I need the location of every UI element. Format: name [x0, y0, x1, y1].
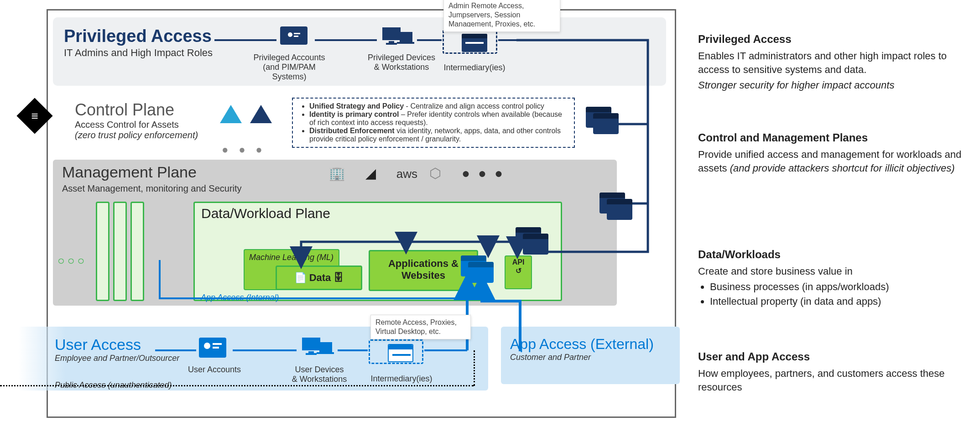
- desc-ua-title: User and App Access: [698, 349, 972, 364]
- privileged-title: Privileged Access: [64, 26, 213, 46]
- desc-dw-list: Business processes (in apps/workloads) I…: [710, 280, 972, 308]
- svg-rect-19: [213, 347, 219, 349]
- desc-privileged-title: Privileged Access: [698, 32, 972, 47]
- app-window-icon-2: [468, 262, 494, 283]
- control-plane-dots: ● ● ●: [222, 143, 266, 156]
- svg-rect-13: [389, 41, 394, 43]
- desc-ua-body: How employees, partners, and customers a…: [698, 367, 972, 394]
- control-plane-subtitle: Access Control for Assets: [75, 120, 198, 130]
- user-intermediary-label: Intermediary(ies): [360, 374, 443, 384]
- privileged-intermediary-label: Intermediary(ies): [433, 63, 516, 73]
- management-subtitle: Asset Management, monitoring and Securit…: [62, 183, 242, 194]
- svg-rect-18: [213, 343, 222, 345]
- desc-control-mgmt: Control and Management Planes Provide un…: [698, 130, 972, 177]
- control-plane-subtitle2: (zero trust policy enforcement): [75, 130, 198, 141]
- privileged-accounts-icon: [280, 26, 308, 45]
- svg-rect-20: [302, 338, 320, 350]
- api-box: API↺: [505, 255, 532, 289]
- user-access-subtitle: Employee and Partner/Outsourcer: [55, 354, 179, 363]
- management-title: Management Plane: [62, 163, 197, 181]
- privileged-intermediary-icon: [462, 34, 487, 52]
- external-access-subtitle: Customer and Partner: [510, 353, 654, 362]
- control-plane-diamond-icon: ≡: [16, 98, 52, 134]
- external-access-title-block: App Access (External) Customer and Partn…: [510, 336, 654, 362]
- public-access-dotted-vert: [474, 350, 475, 386]
- svg-rect-10: [294, 33, 300, 34]
- desc-dw-title: Data/Workloads: [698, 247, 972, 262]
- policy-item-1: Unified Strategy and Policy - Centralize…: [309, 102, 568, 110]
- control-plane-icons: [220, 105, 272, 123]
- cloud-provider-icons: 🏢 ◢ aws ⬡ ●●●: [328, 165, 511, 181]
- user-devices-icon: [299, 336, 334, 360]
- control-plane-window-icon-2: [593, 113, 619, 134]
- privileged-title-block: Privileged Access IT Admins and High Imp…: [64, 26, 213, 59]
- management-plane-window-icon-2: [607, 199, 632, 220]
- data-workload-title: Data/Workload Plane: [201, 206, 330, 221]
- svg-rect-21: [308, 351, 314, 353]
- desc-privileged: Privileged Access Enables IT administrat…: [698, 32, 972, 94]
- desc-dw-li1: Business processes (in apps/workloads): [710, 280, 972, 294]
- pyramid-dark-icon: [250, 105, 272, 123]
- svg-point-9: [288, 32, 292, 37]
- svg-rect-24: [317, 352, 334, 354]
- svg-rect-23: [319, 342, 332, 352]
- user-callout: Remote Access, Proxies, Virtual Desktop,…: [370, 315, 471, 339]
- control-plane-block: Control Plane Access Control for Assets …: [75, 100, 198, 141]
- desc-privileged-em: Stronger security for higher impact acco…: [698, 79, 894, 91]
- data-box: 📄 Data 🗄: [276, 266, 362, 290]
- privileged-accounts-label: Privileged Accounts (and PIM/PAM Systems…: [248, 53, 330, 82]
- user-access-title-block: User Access Employee and Partner/Outsour…: [55, 336, 179, 363]
- control-plane-title: Control Plane: [75, 100, 198, 120]
- svg-rect-12: [382, 27, 401, 40]
- svg-rect-22: [306, 353, 317, 355]
- building-icon: 🏢: [328, 166, 354, 181]
- diagram-root: Privileged Access Enables IT administrat…: [0, 0, 980, 427]
- gcp-hex-icon: ⬡: [429, 166, 449, 181]
- svg-rect-11: [294, 36, 298, 37]
- privileged-devices-label: Privileged Devices & Workstations: [360, 53, 443, 72]
- user-accounts-icon: [199, 338, 226, 358]
- user-accounts-label: User Accounts: [173, 365, 255, 375]
- desc-dw-li2: Intellectual property (in data and apps): [710, 295, 972, 308]
- desc-control-title: Control and Management Planes: [698, 130, 972, 145]
- policy-box: Unified Strategy and Policy - Centralize…: [292, 98, 575, 148]
- policy-item-2: Identity is primary control – Prefer ide…: [309, 110, 568, 127]
- workload-stack-1: [96, 202, 109, 301]
- workload-window-icon-2: [523, 234, 548, 255]
- policy-item-3: Distributed Enforcement via identity, ne…: [309, 127, 568, 143]
- workload-stack-3: [130, 202, 144, 301]
- desc-user-app: User and App Access How employees, partn…: [698, 349, 972, 396]
- aws-icon: aws: [396, 167, 417, 181]
- public-access-dotted-line: [0, 385, 474, 386]
- desc-data-workload: Data/Workloads Create and store business…: [698, 247, 972, 309]
- privileged-devices-icon: [380, 26, 414, 50]
- more-dots-icon: ●●●: [462, 166, 511, 181]
- extra-workloads-dots: ○○○: [57, 254, 87, 268]
- svg-rect-15: [400, 32, 412, 42]
- user-devices-label: User Devices & Workstations: [278, 365, 360, 384]
- pyramid-icon: [220, 105, 242, 123]
- workload-stack-2: [113, 202, 127, 301]
- svg-point-17: [204, 343, 210, 349]
- privileged-callout: Admin Remote Access, Jumpservers, Sessio…: [443, 0, 560, 32]
- desc-privileged-body: Enables IT administrators and other high…: [698, 49, 972, 76]
- svg-rect-16: [397, 42, 414, 44]
- user-access-title: User Access: [55, 336, 179, 354]
- external-access-title: App Access (External): [510, 336, 654, 353]
- desc-dw-body: Create and store business value in: [698, 265, 972, 278]
- privileged-subtitle: IT Admins and High Impact Roles: [64, 47, 213, 59]
- user-intermediary-icon: [388, 344, 413, 362]
- azure-icon: ◢: [365, 166, 384, 181]
- svg-rect-14: [386, 43, 397, 45]
- desc-control-body: Provide unified access and management fo…: [698, 148, 972, 175]
- app-access-internal-label: App Access (Internal): [201, 293, 279, 302]
